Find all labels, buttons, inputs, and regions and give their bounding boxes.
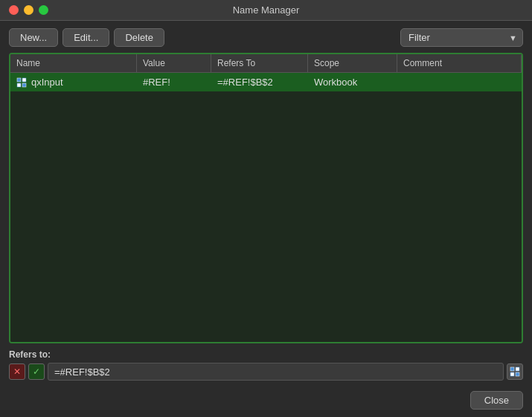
close-row: Close xyxy=(9,389,523,410)
table-header: Name Value Refers To Scope Comment xyxy=(10,54,522,73)
svg-rect-6 xyxy=(510,372,514,376)
grid-icon xyxy=(16,77,27,88)
toolbar: New... Edit... Delete Filter All Names w… xyxy=(9,28,523,47)
maximize-window-button[interactable] xyxy=(39,5,48,15)
table-row[interactable]: qxInput #REF! =#REF!$B$2 Workbook xyxy=(10,73,522,91)
minimize-window-button[interactable] xyxy=(24,5,33,15)
svg-rect-1 xyxy=(22,78,26,82)
edit-button[interactable]: Edit... xyxy=(63,28,109,47)
svg-rect-4 xyxy=(510,367,514,371)
cancel-refers-to-button[interactable]: ✕ xyxy=(9,363,25,380)
svg-rect-2 xyxy=(17,83,21,87)
confirm-refers-to-button[interactable]: ✓ xyxy=(28,363,45,380)
svg-rect-3 xyxy=(22,83,26,87)
filter-wrapper: Filter All Names with Errors Names witho… xyxy=(400,28,523,47)
table-body: qxInput #REF! =#REF!$B$2 Workbook xyxy=(10,73,522,342)
refers-to-label: Refers to: xyxy=(9,349,523,360)
cell-comment xyxy=(397,79,522,86)
refers-to-input-row: ✕ ✓ xyxy=(9,363,523,381)
cell-name: qxInput xyxy=(10,73,137,91)
window-controls xyxy=(9,5,48,15)
column-header-scope: Scope xyxy=(308,54,397,72)
filter-container: Filter All Names with Errors Names witho… xyxy=(400,28,523,47)
names-table: Name Value Refers To Scope Comment qxInp… xyxy=(9,53,523,343)
svg-rect-0 xyxy=(17,78,21,82)
close-button[interactable]: Close xyxy=(470,391,523,410)
title-bar: Name Manager xyxy=(0,0,532,21)
new-button[interactable]: New... xyxy=(9,28,58,47)
svg-rect-5 xyxy=(516,367,519,371)
cell-value: #REF! xyxy=(137,73,211,91)
column-header-value: Value xyxy=(137,54,211,72)
window-title: Name Manager xyxy=(233,4,300,16)
main-content: New... Edit... Delete Filter All Names w… xyxy=(0,21,532,417)
column-header-refers-to: Refers To xyxy=(211,54,308,72)
close-window-button[interactable] xyxy=(9,5,19,15)
collapse-dialog-button[interactable] xyxy=(507,363,523,380)
collapse-icon xyxy=(510,366,520,377)
cell-refers-to: =#REF!$B$2 xyxy=(211,73,308,91)
delete-button[interactable]: Delete xyxy=(114,28,164,47)
svg-rect-7 xyxy=(516,372,519,376)
refers-to-input[interactable] xyxy=(48,363,504,381)
bottom-section: Refers to: ✕ ✓ xyxy=(9,349,523,384)
column-header-comment: Comment xyxy=(397,54,522,72)
cell-scope: Workbook xyxy=(308,73,397,91)
column-header-name: Name xyxy=(10,54,137,72)
filter-select[interactable]: Filter All Names with Errors Names witho… xyxy=(400,28,523,47)
